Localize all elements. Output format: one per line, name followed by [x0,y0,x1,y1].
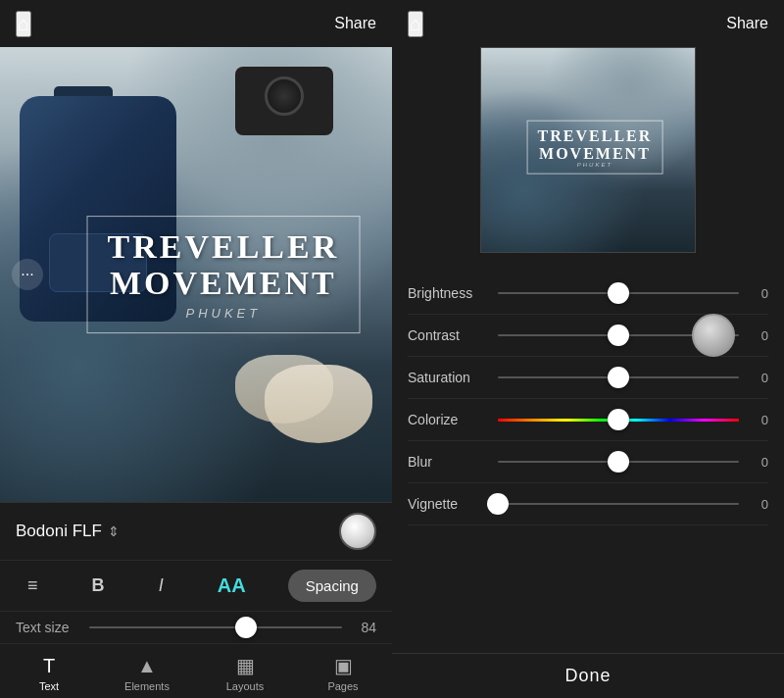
left-panel: ⌂ Share ··· TREVELLER MOVEMENT PHUKET [0,0,392,698]
brightness-label: Brightness [408,285,486,301]
spacing-button[interactable]: Spacing [288,570,376,602]
right-top-bar: ⌂ Share [392,0,784,47]
canvas-title-line2: MOVEMENT [108,266,340,302]
vignette-thumb[interactable] [487,493,509,515]
home-button-left[interactable]: ⌂ [16,11,31,37]
size-slider-thumb[interactable] [235,617,257,638]
brightness-slider [498,292,739,294]
canvas-area: ··· TREVELLER MOVEMENT PHUKET [0,47,392,502]
blur-row: Blur 0 [408,441,768,483]
size-value: 84 [352,620,376,635]
canvas-image: ··· TREVELLER MOVEMENT PHUKET [0,47,392,502]
preview-border-box: TREVELLER MOVEMENT PHUKET [527,121,663,174]
contrast-big-thumb [692,314,735,357]
vignette-row: Vignette 0 [408,483,768,525]
colorize-row: Colorize 0 [408,399,768,441]
home-button-right[interactable]: ⌂ [408,11,423,37]
italic-button[interactable]: I [147,570,175,602]
saturation-label: Saturation [408,370,486,385]
aa-button[interactable]: AA [206,569,258,603]
align-button[interactable]: ≡ [16,570,50,602]
nav-item-layouts[interactable]: ▦ Layouts [196,654,294,692]
elements-nav-icon: ▲ [137,655,157,677]
camera-lens [265,76,304,116]
preview-image: TREVELLER MOVEMENT PHUKET [480,47,696,253]
blur-thumb[interactable] [608,451,629,473]
brightness-row: Brightness 0 [408,273,768,315]
nav-row: T Text ▲ Elements ▦ Layouts ▣ Pages [0,644,392,698]
elements-nav-label: Elements [124,680,170,692]
font-arrow-icon: ⇕ [108,524,120,539]
right-panel: ⌂ Share TREVELLER MOVEMENT PHUKET Bright… [392,0,784,698]
preview-subtitle: PHUKET [538,162,653,168]
colorize-label: Colorize [408,412,486,427]
contrast-thumb[interactable] [608,324,629,346]
font-name: Bodoni FLF [16,522,102,541]
saturation-thumb[interactable] [608,367,629,388]
nav-item-elements[interactable]: ▲ Elements [98,655,196,692]
preview-area: TREVELLER MOVEMENT PHUKET [392,47,784,269]
text-border-box: TREVELLER MOVEMENT PHUKET [87,216,361,333]
canvas-subtitle: PHUKET [108,306,340,321]
blur-label: Blur [408,454,486,470]
text-nav-label: Text [39,680,59,692]
size-label: Text size [16,620,79,635]
preview-title-line2: MOVEMENT [538,144,653,162]
sliders-area: Brightness 0 Contrast 0 Saturation 0 C [392,269,784,653]
saturation-row: Saturation 0 [408,357,768,399]
nav-item-pages[interactable]: ▣ Pages [294,654,392,692]
color-picker[interactable] [339,513,376,550]
left-top-bar: ⌂ Share [0,0,392,47]
vignette-slider [498,503,739,505]
layouts-nav-icon: ▦ [236,654,255,677]
font-row: Bodoni FLF ⇕ [0,503,392,561]
preview-text-overlay: TREVELLER MOVEMENT PHUKET [527,121,663,174]
text-nav-icon: T [43,655,55,677]
done-bar: Done [392,653,784,698]
share-button-left[interactable]: Share [334,15,376,32]
brightness-thumb[interactable] [608,282,629,304]
saturation-slider [498,376,739,378]
brightness-value: 0 [751,286,768,301]
size-row: Text size 84 [0,612,392,644]
bottom-toolbar: Bodoni FLF ⇕ ≡ B I AA Spacing Text size … [0,502,392,698]
ellipsis-button[interactable]: ··· [12,259,43,290]
vignette-value: 0 [751,497,768,512]
contrast-row: Contrast 0 [408,315,768,357]
canvas-title-line1: TREVELLER [108,228,340,265]
vignette-label: Vignette [408,496,486,512]
layouts-nav-label: Layouts [226,680,265,692]
blur-slider [498,461,739,463]
format-row: ≡ B I AA Spacing [0,561,392,612]
done-button[interactable]: Done [564,666,611,686]
pages-nav-label: Pages [327,680,358,692]
contrast-value: 0 [751,328,768,343]
text-overlay[interactable]: TREVELLER MOVEMENT PHUKET [87,216,361,333]
colorize-thumb[interactable] [608,409,629,430]
colorize-value: 0 [751,413,768,427]
contrast-label: Contrast [408,327,486,343]
share-button-right[interactable]: Share [726,15,768,32]
pages-nav-icon: ▣ [334,654,353,677]
contrast-slider [498,334,739,336]
size-slider-track [89,626,342,628]
flip-flops [265,365,372,443]
blur-value: 0 [751,455,768,470]
saturation-value: 0 [751,371,768,385]
nav-item-text[interactable]: T Text [0,655,98,692]
preview-title-line1: TREVELLER [538,127,653,145]
font-selector[interactable]: Bodoni FLF ⇕ [16,522,120,541]
bold-button[interactable]: B [80,570,117,602]
colorize-slider [498,419,739,422]
